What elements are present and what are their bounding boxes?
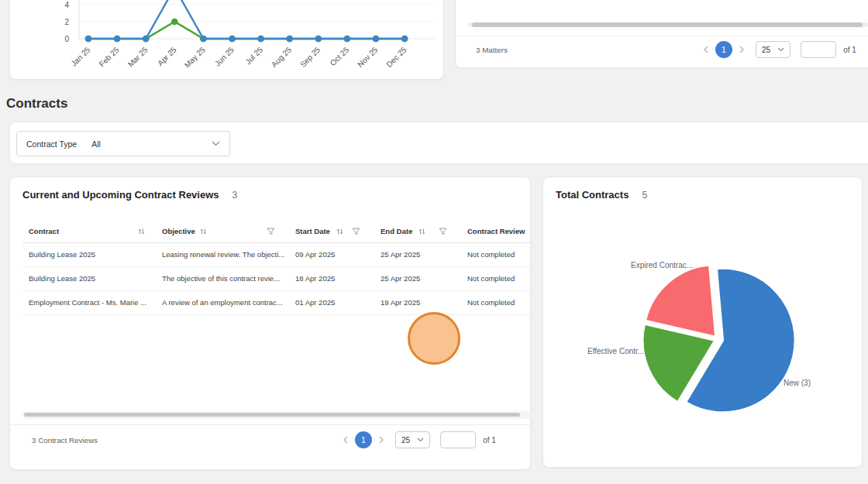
column-header-end-date[interactable]: End Date xyxy=(374,221,461,242)
x-axis-tick-label: Sep 25 xyxy=(298,45,322,68)
table-row[interactable]: Building Lease 2025Leasing renewal revie… xyxy=(22,242,531,266)
column-header-contract-review[interactable]: Contract Review xyxy=(461,221,531,242)
data-point xyxy=(171,19,178,26)
x-axis-tick-label: Feb 25 xyxy=(98,45,121,68)
cell-start_date: 01 Apr 2025 xyxy=(289,290,374,314)
filter-label: Contract Type xyxy=(26,139,77,149)
column-label: Contract Review xyxy=(467,227,525,235)
y-axis-tick-label: 2 xyxy=(64,18,69,26)
page-jump-input[interactable] xyxy=(801,41,836,58)
page-size-value: 25 xyxy=(762,46,770,54)
cell-end_date: 25 Apr 2025 xyxy=(374,266,461,290)
chevron-right-icon xyxy=(739,46,745,53)
pie-slice-label: Effective Contr... xyxy=(587,347,644,355)
reviews-table-container: Contract Objective Start Date xyxy=(22,221,531,408)
data-point xyxy=(286,36,293,43)
data-point xyxy=(401,36,408,43)
column-header-start-date[interactable]: Start Date xyxy=(289,221,374,242)
prev-page-button[interactable] xyxy=(342,434,350,445)
data-point xyxy=(114,36,121,43)
reviews-count-label: 3 Contract Reviews xyxy=(32,436,98,445)
cell-contract: Building Lease 2025 xyxy=(22,242,156,266)
page-of-label: of 1 xyxy=(483,436,496,445)
chevron-left-icon xyxy=(703,46,709,53)
chevron-down-icon xyxy=(212,141,220,146)
matters-line-chart-card: 024Jan 25Feb 25Mar 25Apr 25May 25Jun 25J… xyxy=(9,0,444,80)
sort-icon[interactable] xyxy=(418,228,425,235)
column-label: Start Date xyxy=(295,227,330,235)
card-count: 3 xyxy=(232,190,238,201)
x-axis-tick-label: Nov 25 xyxy=(356,45,379,68)
filter-funnel-icon[interactable] xyxy=(267,228,275,235)
page-size-value: 25 xyxy=(401,436,410,445)
line-series xyxy=(88,22,405,39)
cell-contract: Building Lease 2025 xyxy=(22,266,156,290)
data-point xyxy=(229,36,236,43)
horizontal-scrollbar-thumb[interactable] xyxy=(472,22,863,27)
total-contracts-card: Total Contracts 5 Expired Contrac...Effe… xyxy=(542,177,863,468)
table-header-row: Contract Objective Start Date xyxy=(22,221,531,242)
page-size-select[interactable]: 25 xyxy=(395,431,430,448)
cell-contract: Employment Contract - Ms. Marie ... xyxy=(22,290,156,314)
matters-pagination: 1 25 of 1 xyxy=(702,41,856,58)
x-axis-tick-label: Apr 25 xyxy=(156,45,178,67)
data-point xyxy=(373,36,380,43)
sort-icon[interactable] xyxy=(138,228,145,235)
horizontal-scrollbar-thumb[interactable] xyxy=(24,413,520,417)
column-label: End Date xyxy=(381,227,412,235)
prev-page-button[interactable] xyxy=(702,44,710,55)
chevron-down-icon xyxy=(777,47,784,52)
cell-end_date: 25 Apr 2025 xyxy=(374,242,461,266)
cell-objective: A review of an employment contrac... xyxy=(156,290,289,314)
x-axis-tick-label: Mar 25 xyxy=(126,45,150,68)
current-page-button[interactable]: 1 xyxy=(355,431,372,448)
data-point xyxy=(85,36,92,43)
contracts-section-heading: Contracts xyxy=(6,96,67,112)
chevron-right-icon xyxy=(378,436,384,444)
cell-status: Not completed xyxy=(461,242,531,266)
data-point xyxy=(344,36,351,43)
reviews-table-body: Building Lease 2025Leasing renewal revie… xyxy=(22,242,531,314)
card-title: Current and Upcoming Contract Reviews xyxy=(22,189,219,201)
column-header-objective[interactable]: Objective xyxy=(156,221,289,242)
cell-status: Not completed xyxy=(461,266,531,290)
dashboard-page: 024Jan 25Feb 25Mar 25Apr 25May 25Jun 25J… xyxy=(0,0,868,484)
cell-objective: Leasing renewal review. The objecti... xyxy=(156,242,289,266)
click-indicator xyxy=(408,312,460,365)
matters-count-label: 3 Matters xyxy=(476,46,508,54)
matters-list-card: 3 Matters 1 25 of 1 xyxy=(455,0,868,68)
chevron-left-icon xyxy=(343,436,349,444)
sort-icon[interactable] xyxy=(336,228,343,235)
page-jump-input[interactable] xyxy=(440,431,476,448)
page-size-select[interactable]: 25 xyxy=(756,41,790,58)
x-axis-tick-label: Oct 25 xyxy=(329,45,351,67)
next-page-button[interactable] xyxy=(738,44,746,55)
matters-line-chart: 024Jan 25Feb 25Mar 25Apr 25May 25Jun 25J… xyxy=(10,0,445,81)
pie-slice-label: New (3) xyxy=(784,379,811,387)
data-point xyxy=(257,36,264,43)
footer-divider xyxy=(10,424,530,425)
current-page-button[interactable]: 1 xyxy=(715,41,732,58)
contracts-filter-bar: Contract Type All xyxy=(9,122,868,164)
x-axis-tick-label: Jun 25 xyxy=(213,45,236,67)
table-row[interactable]: Building Lease 2025The objective of this… xyxy=(22,266,531,290)
table-row[interactable]: Employment Contract - Ms. Marie ...A rev… xyxy=(22,290,531,314)
x-axis-tick-label: Aug 25 xyxy=(270,45,293,68)
cell-status: Not completed xyxy=(461,290,531,314)
data-point xyxy=(143,36,150,43)
chevron-down-icon xyxy=(417,438,424,442)
column-header-contract[interactable]: Contract xyxy=(22,221,156,242)
filter-funnel-icon[interactable] xyxy=(439,228,447,235)
line-series xyxy=(88,0,405,39)
contract-type-filter[interactable]: Contract Type All xyxy=(16,131,230,156)
cell-objective: The objective of this contract revie... xyxy=(156,266,289,290)
data-point xyxy=(315,36,322,43)
page-of-label: of 1 xyxy=(843,46,856,54)
data-point xyxy=(200,36,207,43)
cell-start_date: 09 Apr 2025 xyxy=(289,242,374,266)
sort-icon[interactable] xyxy=(200,228,207,235)
cell-end_date: 19 Apr 2025 xyxy=(374,290,461,314)
x-axis-tick-label: May 25 xyxy=(183,45,207,69)
filter-funnel-icon[interactable] xyxy=(352,228,360,235)
next-page-button[interactable] xyxy=(377,434,385,445)
